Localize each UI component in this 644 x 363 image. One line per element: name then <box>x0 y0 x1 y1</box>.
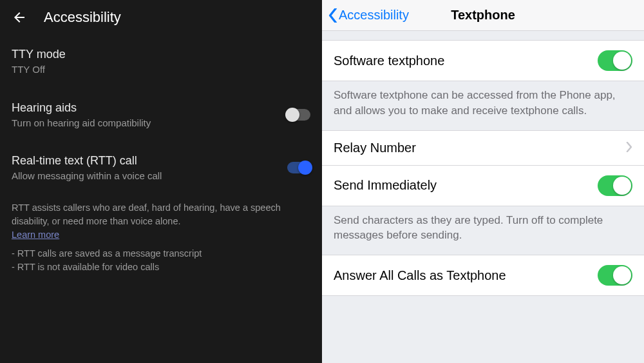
row-label: Relay Number <box>334 141 626 155</box>
setting-title: TTY mode <box>12 46 310 62</box>
page-title: Textphone <box>451 8 515 23</box>
back-arrow-icon[interactable] <box>12 10 27 25</box>
back-button[interactable]: Accessibility <box>328 8 409 23</box>
send-immediately-footer: Send characters as they are typed. Turn … <box>322 206 644 255</box>
hearing-aids-toggle[interactable] <box>287 109 310 121</box>
answer-all-calls-toggle[interactable] <box>598 265 632 286</box>
rtt-toggle[interactable] <box>287 162 310 173</box>
rtt-description: RTT assists callers who are deaf, hard o… <box>12 202 281 226</box>
rtt-bullet: - RTT is not available for video calls <box>12 260 310 274</box>
setting-subtitle: Allow messaging within a voice call <box>12 170 287 182</box>
ios-header: Accessibility Textphone <box>322 0 644 31</box>
chevron-right-icon <box>626 141 632 155</box>
rtt-footer-text: RTT assists callers who are deaf, hard o… <box>0 195 322 274</box>
hearing-aids-item[interactable]: Hearing aids Turn on hearing aid compati… <box>12 88 310 142</box>
setting-subtitle: TTY Off <box>12 63 310 76</box>
android-header: Accessibility <box>0 0 322 35</box>
setting-title: Real-time text (RTT) call <box>12 153 287 168</box>
send-immediately-toggle[interactable] <box>598 175 632 196</box>
software-textphone-footer: Software textphone can be accessed from … <box>322 81 644 130</box>
tty-mode-item[interactable]: TTY mode TTY Off <box>12 35 310 88</box>
setting-title: Hearing aids <box>12 100 287 115</box>
android-settings-list: TTY mode TTY Off Hearing aids Turn on he… <box>0 35 322 195</box>
rtt-bullet: - RTT calls are saved as a message trans… <box>12 247 310 260</box>
row-label: Answer All Calls as Textphone <box>334 268 598 283</box>
ios-textphone-panel: Accessibility Textphone Software textpho… <box>322 0 644 363</box>
setting-subtitle: Turn on hearing aid compatibility <box>12 117 287 130</box>
answer-all-calls-row[interactable]: Answer All Calls as Textphone <box>322 255 644 296</box>
software-textphone-toggle[interactable] <box>598 50 632 71</box>
learn-more-link[interactable]: Learn more <box>12 230 59 240</box>
row-label: Send Immediately <box>334 178 598 193</box>
send-immediately-row[interactable]: Send Immediately <box>322 166 644 206</box>
android-accessibility-panel: Accessibility TTY mode TTY Off Hearing a… <box>0 0 322 363</box>
relay-number-row[interactable]: Relay Number <box>322 130 644 166</box>
row-label: Software textphone <box>334 54 598 68</box>
page-title: Accessibility <box>44 9 121 26</box>
rtt-call-item[interactable]: Real-time text (RTT) call Allow messagin… <box>12 141 310 195</box>
chevron-left-icon <box>328 8 337 23</box>
software-textphone-row[interactable]: Software textphone <box>322 40 644 81</box>
back-label: Accessibility <box>339 8 409 23</box>
